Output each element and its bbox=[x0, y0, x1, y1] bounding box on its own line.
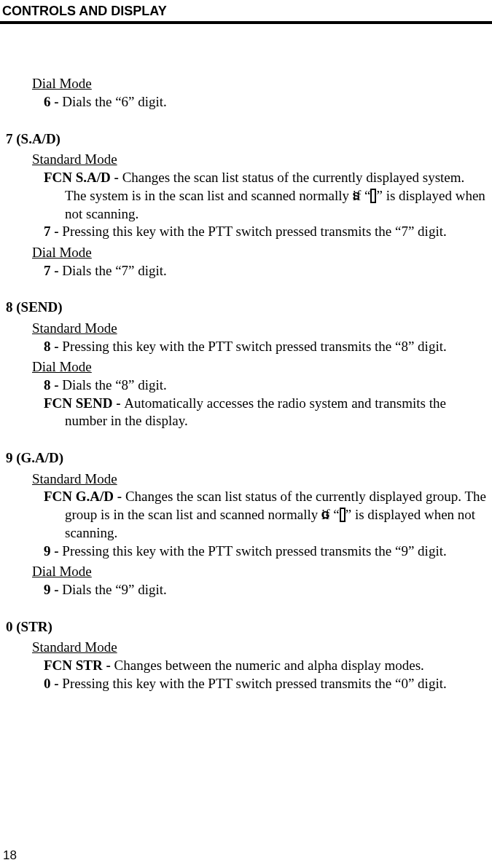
mode-label: Standard Mode bbox=[32, 639, 486, 657]
item-label: 7 - bbox=[44, 263, 62, 278]
mode-label: Dial Mode bbox=[32, 358, 486, 376]
item-label: 8 - bbox=[44, 339, 62, 354]
list-item: 8 - Pressing this key with the PTT switc… bbox=[65, 338, 486, 356]
item-text: Pressing this key with the PTT switch pr… bbox=[62, 543, 446, 559]
page-number: 18 bbox=[3, 848, 17, 864]
item-text: Dials the “9” digit. bbox=[62, 582, 167, 597]
item-text: Pressing this key with the PTT switch pr… bbox=[62, 339, 446, 354]
list-item: FCN SEND - Automatically accesses the ra… bbox=[65, 395, 486, 430]
list-item: 8 - Dials the “8” digit. bbox=[65, 376, 486, 395]
page-header: CONTROLS AND DISPLAY bbox=[0, 0, 492, 24]
page-content: Dial Mode 6 - Dials the “6” digit. 7 (S.… bbox=[0, 75, 492, 693]
list-item: 7 - Pressing this key with the PTT switc… bbox=[65, 223, 486, 241]
item-text: Dials the “7” digit. bbox=[62, 263, 167, 278]
mode-label: Standard Mode bbox=[32, 320, 486, 338]
item-text: Changes between the numeric and alpha di… bbox=[114, 658, 424, 673]
list-item: 7 - Dials the “7” digit. bbox=[65, 262, 486, 280]
key-heading: 9 (G.A/D) bbox=[6, 449, 486, 467]
item-label: FCN G.A/D - bbox=[44, 489, 125, 504]
list-item: 0 - Pressing this key with the PTT switc… bbox=[65, 675, 486, 693]
key-heading: 7 (S.A/D) bbox=[6, 130, 486, 149]
item-label: 6 - bbox=[44, 94, 62, 109]
key-heading: 8 (SEND) bbox=[6, 299, 486, 317]
item-label: 9 - bbox=[44, 582, 62, 597]
mode-label: Standard Mode bbox=[32, 151, 486, 169]
mode-label: Standard Mode bbox=[32, 470, 486, 489]
list-item: FCN G.A/D - Changes the scan list status… bbox=[65, 488, 486, 542]
item-label: FCN STR - bbox=[44, 658, 114, 673]
mode-label: Dial Mode bbox=[32, 75, 486, 93]
item-text: Dials the “6” digit. bbox=[62, 94, 167, 109]
item-text: Dials the “8” digit. bbox=[62, 377, 167, 392]
list-item: 6 - Dials the “6” digit. bbox=[44, 93, 486, 111]
item-label: 0 - bbox=[44, 676, 62, 691]
item-label: 8 - bbox=[44, 377, 62, 392]
mode-label: Dial Mode bbox=[32, 563, 486, 581]
list-item: FCN S.A/D - Changes the scan list status… bbox=[65, 169, 486, 223]
mode-label: Dial Mode bbox=[32, 244, 486, 262]
item-label: FCN SEND - bbox=[44, 395, 124, 411]
item-label: FCN S.A/D - bbox=[44, 170, 122, 185]
list-item: 9 - Dials the “9” digit. bbox=[65, 581, 486, 599]
item-label: 7 - bbox=[44, 224, 62, 239]
key-heading: 0 (STR) bbox=[6, 618, 486, 636]
list-item: FCN STR - Changes between the numeric an… bbox=[65, 657, 486, 675]
item-text: Pressing this key with the PTT switch pr… bbox=[62, 676, 446, 691]
list-item: 9 - Pressing this key with the PTT switc… bbox=[65, 542, 486, 561]
item-label: 9 - bbox=[44, 543, 62, 559]
g-box-icon: G bbox=[340, 508, 345, 522]
item-text: Pressing this key with the PTT switch pr… bbox=[62, 224, 446, 239]
